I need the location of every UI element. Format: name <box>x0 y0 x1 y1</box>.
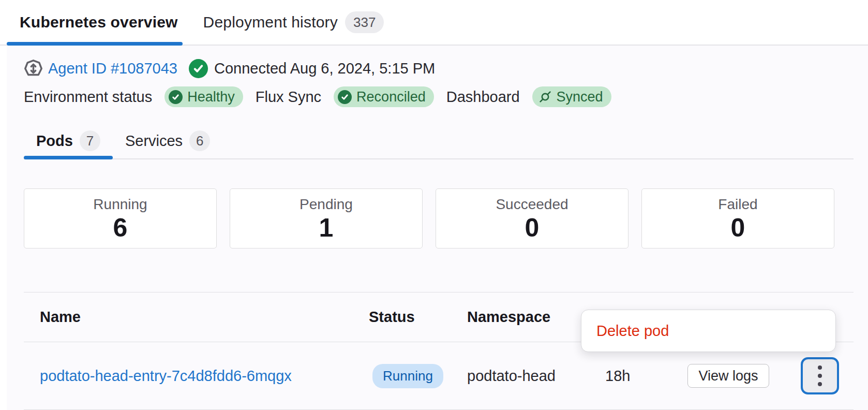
tab-deployment-history[interactable]: Deployment history 337 <box>203 0 384 45</box>
stat-card-label: Pending <box>300 196 353 213</box>
pod-status-cell: Running <box>369 364 467 388</box>
kubernetes-overview-panel: Agent ID #1087043 Connected Aug 6, 2024,… <box>7 46 868 410</box>
connected-link-icon <box>538 90 552 104</box>
connected-check-circle-icon <box>189 59 208 78</box>
row-actions-kebab-button[interactable] <box>801 357 839 394</box>
tab-services-label: Services <box>125 133 183 150</box>
delete-pod-menu-item[interactable]: Delete pod <box>581 310 835 352</box>
tab-pods-label: Pods <box>36 133 73 150</box>
pod-actions-cell: View logs <box>687 364 801 388</box>
dashboard-synced-badge: Synced <box>532 86 611 107</box>
flux-reconciled-badge: Reconciled <box>334 86 434 107</box>
stat-card-value: 0 <box>731 215 745 241</box>
agent-row: Agent ID #1087043 Connected Aug 6, 2024,… <box>24 58 860 79</box>
dashboard-label: Dashboard <box>446 89 520 106</box>
tab-deployment-history-label: Deployment history <box>203 13 338 31</box>
environment-status-label: Environment status <box>24 89 152 106</box>
environment-status-row: Environment status Healthy Flux Sync Rec… <box>24 86 860 108</box>
agent-id-link[interactable]: Agent ID #1087043 <box>48 60 177 77</box>
row-actions-dropdown: Delete pod <box>581 310 836 352</box>
reconciled-badge-label: Reconciled <box>356 89 426 105</box>
pod-status-cards: Running 6 Pending 1 Succeeded 0 Failed 0 <box>24 188 835 248</box>
tab-kubernetes-overview-label: Kubernetes overview <box>20 13 178 31</box>
column-header-status: Status <box>369 309 467 326</box>
pod-status-badge: Running <box>372 364 443 388</box>
vertical-ellipsis-icon <box>818 374 822 378</box>
active-subtab-indicator <box>24 156 113 159</box>
pod-name-cell: podtato-head-entry-7c4d8fdd6-6mqgx <box>24 368 369 385</box>
tab-pods[interactable]: Pods 7 <box>24 123 113 158</box>
view-logs-button[interactable]: View logs <box>687 364 769 388</box>
environment-healthy-badge: Healthy <box>164 86 243 107</box>
stat-card-label: Running <box>93 196 147 213</box>
connected-timestamp: Connected Aug 6, 2024, 5:15 PM <box>214 60 435 77</box>
services-count-badge: 6 <box>189 130 210 151</box>
pod-age-cell: 18h <box>605 368 687 385</box>
table-row: podtato-head-entry-7c4d8fdd6-6mqgx Runni… <box>24 342 854 410</box>
vertical-ellipsis-icon <box>818 365 822 370</box>
active-tab-indicator <box>7 42 183 46</box>
pod-namespace-cell: podtato-head <box>467 368 605 385</box>
stat-card-pending: Pending 1 <box>230 188 423 248</box>
stat-card-failed: Failed 0 <box>641 188 834 248</box>
stat-card-value: 1 <box>319 215 334 241</box>
pods-count-badge: 7 <box>80 130 100 151</box>
stat-card-running: Running 6 <box>24 188 217 248</box>
healthy-check-icon <box>169 90 183 104</box>
deployment-history-count-badge: 337 <box>345 11 384 33</box>
tab-services[interactable]: Services 6 <box>113 123 222 158</box>
pod-age-value: 18h <box>605 368 630 384</box>
stat-card-label: Succeeded <box>496 196 568 213</box>
healthy-badge-label: Healthy <box>187 89 235 105</box>
top-tab-bar: Kubernetes overview Deployment history 3… <box>0 0 868 46</box>
synced-badge-label: Synced <box>557 89 603 105</box>
tab-kubernetes-overview[interactable]: Kubernetes overview <box>0 0 178 45</box>
stat-card-value: 0 <box>525 215 540 241</box>
kubernetes-agent-icon <box>24 59 43 78</box>
stat-card-succeeded: Succeeded 0 <box>436 188 628 248</box>
pod-name-link[interactable]: podtato-head-entry-7c4d8fdd6-6mqgx <box>40 368 292 384</box>
pods-services-tabbar: Pods 7 Services 6 <box>24 123 854 159</box>
stat-card-label: Failed <box>718 196 757 213</box>
stat-card-value: 6 <box>113 215 128 241</box>
pod-menu-cell <box>801 357 854 394</box>
column-header-name: Name <box>24 309 369 326</box>
pod-namespace-value: podtato-head <box>467 368 556 384</box>
reconciled-check-icon <box>338 90 352 104</box>
flux-sync-label: Flux Sync <box>256 89 321 106</box>
vertical-ellipsis-icon <box>818 382 822 386</box>
